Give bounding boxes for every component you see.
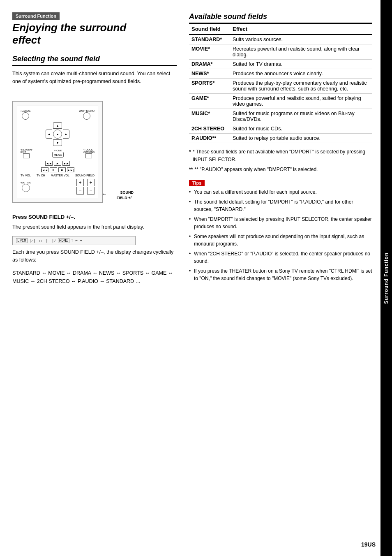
display-bar: LPCM |⁄| □ | |⁄ HDMI T ⌐ ¬ xyxy=(12,236,136,245)
tips-box: Tips You can set a different sound field… xyxy=(189,180,372,282)
home-section: •HOME MENU xyxy=(52,149,64,158)
table-cell-effect: Suits various sources. xyxy=(230,35,372,44)
fastforward-btn[interactable]: ►► xyxy=(62,161,70,166)
tips-list: You can set a different sound field for … xyxy=(189,188,372,282)
remote-bottom-row: •MUTING + − + xyxy=(21,179,95,195)
table-cell-effect: Produces the announcer's voice clearly. xyxy=(230,69,372,79)
display-lpcm: LPCM xyxy=(16,238,28,243)
nav-right-btn[interactable]: ► xyxy=(63,130,69,139)
remote-middle-row: •RETURN/EXIT •HOME MENU •TOOLS/OPTIONS xyxy=(21,148,95,158)
tip-item: Some speakers will not produce sound dep… xyxy=(189,233,372,248)
intro-text: This system can create multi-channel sur… xyxy=(12,70,177,86)
table-cell-field: DRAMA* xyxy=(189,60,230,69)
table-row: P.AUDIO**Suited to replay portable audio… xyxy=(189,134,372,143)
nav-up-btn[interactable]: ▲ xyxy=(53,122,62,129)
section-label: Surround Function xyxy=(12,12,60,20)
note2: ** ** "P.AUDIO" appears only when "DMPOR… xyxy=(189,166,372,174)
vol-up-btn[interactable]: + xyxy=(76,179,84,186)
tip-item: If you press the THEATER button on a Son… xyxy=(189,267,372,282)
table-cell-field: STANDARD* xyxy=(189,35,230,44)
available-title: Available sound fields xyxy=(189,12,372,24)
labels-row: TV VOL TV CH MASTER VOL SOUND FIELD xyxy=(21,174,95,177)
tools-btn[interactable] xyxy=(85,153,92,158)
sound-table: Sound field Effect STANDARD*Suits variou… xyxy=(189,24,372,143)
nav-down-btn[interactable]: ▼ xyxy=(53,139,62,146)
note2-star: ** xyxy=(189,166,193,174)
table-row: GAME*Produces powerful and realistic sou… xyxy=(189,94,372,109)
tools-label: •TOOLS/OPTIONS xyxy=(83,148,95,153)
table-row: NEWS*Produces the announcer's voice clea… xyxy=(189,69,372,79)
table-cell-effect: Suited to replay portable audio source. xyxy=(230,134,372,143)
stop-btn[interactable]: ■ xyxy=(58,167,66,172)
right-tab-text: Surround Function xyxy=(383,253,389,304)
display-hdmi: HDMI xyxy=(58,238,69,243)
table-cell-effect: Recreates powerful and realistic sound, … xyxy=(230,44,372,60)
nav-left-btn[interactable]: ◄ xyxy=(46,130,52,139)
remote-diagram: •GUIDE AMP MENU xyxy=(12,101,103,203)
nav-cluster: ▲ ◄ ● ► ▼ xyxy=(46,122,69,146)
nav-middle: ◄ ● ► xyxy=(46,130,69,139)
main-content: Surround Function Enjoying the surround … xyxy=(0,0,380,556)
tv-vol-label: TV VOL xyxy=(21,174,31,177)
remote-top-row: •GUIDE AMP MENU xyxy=(21,109,95,120)
present-text: The present sound field appears in the f… xyxy=(12,223,177,231)
table-header: Sound field Effect xyxy=(189,24,372,35)
master-vol-label: MASTER VOL xyxy=(51,174,69,177)
amp-menu-section: AMP MENU xyxy=(79,109,95,120)
pause-btn[interactable]: II xyxy=(50,167,57,172)
note1-text: * These sound fields are not available w… xyxy=(193,148,372,164)
table-row: 2CH STEREOSuited for music CDs. xyxy=(189,124,372,134)
table-cell-effect: Produces the play-by-play commentary cle… xyxy=(230,79,372,94)
page-number: 19US xyxy=(361,541,376,548)
left-column: Surround Function Enjoying the surround … xyxy=(12,12,177,285)
return-label: •RETURN/EXIT xyxy=(21,148,32,153)
return-btn[interactable] xyxy=(23,153,30,158)
next-btn[interactable]: ►►| xyxy=(67,167,74,172)
table-cell-field: SPORTS* xyxy=(189,79,230,94)
rewind-btn[interactable]: ◄◄ xyxy=(45,161,53,166)
ch-up-btn[interactable]: + xyxy=(87,179,95,186)
amp-menu-label: AMP MENU xyxy=(79,109,95,112)
muting-section: •MUTING xyxy=(21,181,31,192)
right-tab: Surround Function xyxy=(380,0,392,556)
sound-field-arrow: ← xyxy=(101,191,107,197)
table-cell-field: P.AUDIO** xyxy=(189,134,230,143)
prev-btn[interactable]: |◄◄ xyxy=(41,167,48,172)
table-cell-effect: Suited for music programs or music video… xyxy=(230,109,372,124)
table-row: MUSIC*Suited for music programs or music… xyxy=(189,109,372,124)
two-column-layout: Surround Function Enjoying the surround … xyxy=(12,12,372,285)
col-sound-field: Sound field xyxy=(189,24,230,35)
muting-btn[interactable] xyxy=(22,184,30,192)
table-row: STANDARD*Suits various sources. xyxy=(189,35,372,44)
amp-menu-btn[interactable] xyxy=(83,112,90,120)
menu-btn[interactable]: MENU xyxy=(52,152,64,158)
tip-item: The sound field default setting for "DMP… xyxy=(189,198,372,213)
right-column: Available sound fields Sound field Effec… xyxy=(189,12,372,285)
col-effect: Effect xyxy=(230,24,372,35)
table-cell-field: GAME* xyxy=(189,94,230,109)
table-cell-field: MOVIE* xyxy=(189,44,230,60)
guide-btn[interactable] xyxy=(22,112,29,120)
nav-cluster-container: ▲ ◄ ● ► ▼ xyxy=(21,122,95,146)
selecting-title: Selecting the sound field xyxy=(12,55,177,66)
table-cell-effect: Produces powerful and realistic sound, s… xyxy=(230,94,372,109)
note2-text: ** "P.AUDIO" appears only when "DMPORT" … xyxy=(194,166,318,174)
remote-inner: •GUIDE AMP MENU xyxy=(17,106,98,198)
vol-down-btn[interactable]: − xyxy=(76,187,84,195)
ch-down-btn[interactable]: − xyxy=(87,187,95,195)
guide-section: •GUIDE xyxy=(21,109,31,120)
sequence-text: STANDARD ↔ MOVIE ↔ DRAMA ↔ NEWS ↔ SPORTS… xyxy=(12,269,177,285)
table-row: MOVIE*Recreates powerful and realistic s… xyxy=(189,44,372,60)
display-indicators: |⁄| □ | |⁄ xyxy=(29,239,56,243)
table-body: STANDARD*Suits various sources.MOVIE*Rec… xyxy=(189,35,372,143)
right-vol-section: + − xyxy=(87,179,95,195)
play-btn[interactable]: ► xyxy=(54,161,61,166)
nav-center-btn[interactable]: ● xyxy=(53,130,62,139)
cycle-text: Each time you press SOUND FIELD +/–, the… xyxy=(12,248,177,264)
tv-ch-label: TV CH xyxy=(37,174,45,177)
table-cell-field: 2CH STEREO xyxy=(189,124,230,134)
page-title: Enjoying the surround effect xyxy=(12,22,177,46)
header-row: Sound field Effect xyxy=(189,24,372,35)
transport-row1: ◄◄ ► ►► xyxy=(21,161,95,166)
tip-item: When "2CH STEREO" or "P.AUDIO" is select… xyxy=(189,250,372,265)
